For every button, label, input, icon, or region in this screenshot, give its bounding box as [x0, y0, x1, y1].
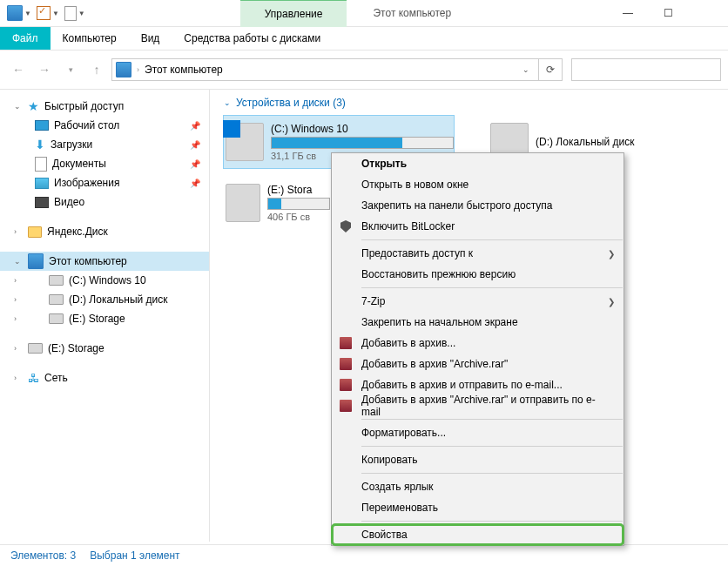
drive-e[interactable]: (E:) Stora 406 ГБ св	[224, 177, 332, 229]
cm-pin-start[interactable]: Закрепить на начальном экране	[332, 312, 624, 333]
drive-icon	[226, 184, 260, 222]
cm-bitlocker[interactable]: Включить BitLocker	[332, 216, 624, 237]
chevron-down-icon: ▼	[52, 10, 59, 17]
cm-rar-add[interactable]: Добавить в архив...	[332, 333, 624, 354]
nav-this-pc[interactable]: ⌄Этот компьютер	[0, 252, 209, 271]
folder-icon	[28, 226, 42, 238]
navigation-pane: ⌄★Быстрый доступ Рабочий стол📌 ⬇Загрузки…	[0, 90, 210, 542]
tab-computer[interactable]: Компьютер	[51, 27, 129, 50]
cm-format[interactable]: Форматировать...	[332, 422, 624, 443]
group-header-devices[interactable]: ⌄ Устройства и диски (3)	[224, 97, 714, 109]
rar-icon	[339, 399, 353, 413]
search-input[interactable]	[571, 58, 721, 81]
pin-icon: 📌	[190, 159, 200, 169]
cm-rename[interactable]: Переименовать	[332, 497, 624, 518]
separator	[361, 239, 623, 240]
rar-icon	[339, 336, 353, 350]
check-icon	[37, 6, 51, 20]
rar-icon	[339, 378, 353, 392]
drive-usage-bar	[267, 198, 330, 210]
star-icon: ★	[28, 99, 39, 113]
close-button[interactable]	[688, 0, 728, 26]
qat-properties-button[interactable]: ▼	[37, 6, 59, 20]
nav-drive-e[interactable]: ›(E:) Storage	[0, 309, 209, 328]
drive-context-menu: Открыть Открыть в новом окне Закрепить н…	[331, 152, 624, 546]
cm-rar-archive-email[interactable]: Добавить в архив "Archive.rar" и отправи…	[332, 395, 624, 416]
network-icon: 🖧	[28, 372, 39, 385]
address-row: ← → ▾ ↑ › Этот компьютер ⌄ ⟳	[0, 51, 728, 90]
cm-open[interactable]: Открыть	[332, 153, 624, 174]
pin-icon: 📌	[190, 121, 200, 131]
drive-name: (C:) Windows 10	[271, 123, 452, 135]
ribbon-context-label: Управление	[265, 8, 323, 20]
cm-7zip[interactable]: 7-Zip❯	[332, 291, 624, 312]
download-icon: ⬇	[35, 138, 45, 152]
nav-drive-e-ext[interactable]: ›(E:) Storage	[0, 339, 209, 358]
rar-icon	[339, 357, 353, 371]
drive-name: (D:) Локальный диск	[536, 136, 682, 148]
qat-app-icon[interactable]: ▼	[7, 5, 31, 21]
nav-history-button[interactable]: ▾	[59, 58, 82, 81]
qat-new-button[interactable]: ▼	[64, 6, 85, 21]
cm-share-access[interactable]: Предоставить доступ к❯	[332, 243, 624, 264]
nav-pictures[interactable]: Изображения📌	[0, 173, 209, 192]
cm-copy[interactable]: Копировать	[332, 449, 624, 470]
nav-documents[interactable]: Документы📌	[0, 154, 209, 173]
shield-icon	[339, 219, 353, 233]
nav-forward-button[interactable]: →	[33, 58, 56, 81]
expander-icon[interactable]: ›	[14, 344, 17, 353]
cm-rar-archive[interactable]: Добавить в архив "Archive.rar"	[332, 354, 624, 374]
tab-view[interactable]: Вид	[129, 27, 172, 50]
expander-icon[interactable]: ›	[14, 374, 17, 382]
expander-icon[interactable]: ⌄	[14, 102, 21, 111]
pictures-icon	[35, 178, 49, 189]
separator	[361, 446, 623, 447]
cm-create-shortcut[interactable]: Создать ярлык	[332, 476, 624, 497]
nav-up-button[interactable]: ↑	[85, 58, 108, 81]
expander-icon[interactable]: ⌄	[14, 257, 21, 266]
nav-downloads[interactable]: ⬇Загрузки📌	[0, 135, 209, 154]
cm-rar-email[interactable]: Добавить в архив и отправить по e-mail..…	[332, 374, 624, 395]
ribbon-context-tab[interactable]: Управление	[240, 0, 347, 27]
cm-open-new-window[interactable]: Открыть в новом окне	[332, 174, 624, 195]
nav-quick-access[interactable]: ⌄★Быстрый доступ	[0, 97, 209, 116]
chevron-right-icon: ❯	[608, 249, 615, 259]
expander-icon[interactable]: ›	[14, 227, 17, 236]
address-crumb[interactable]: Этот компьютер	[145, 64, 223, 76]
disk-icon	[49, 313, 64, 324]
pin-icon: 📌	[190, 140, 200, 150]
cm-properties[interactable]: Свойства	[332, 524, 624, 545]
minimize-button[interactable]: —	[608, 0, 648, 26]
cm-restore-previous[interactable]: Восстановить прежнюю версию	[332, 264, 624, 285]
tab-drive-tools[interactable]: Средства работы с дисками	[172, 27, 333, 50]
expander-icon[interactable]: ›	[14, 295, 17, 304]
expander-icon[interactable]: ›	[14, 314, 17, 323]
video-icon	[35, 197, 49, 208]
chevron-right-icon: ›	[137, 65, 139, 74]
disk-icon	[49, 275, 64, 286]
cm-pin-quick-access[interactable]: Закрепить на панели быстрого доступа	[332, 195, 624, 216]
chevron-down-icon: ▼	[78, 10, 85, 17]
status-bar: Элементов: 3 Выбран 1 элемент	[0, 544, 728, 566]
monitor-icon	[28, 253, 44, 269]
drive-usage-bar	[271, 137, 454, 149]
nav-network[interactable]: ›🖧Сеть	[0, 368, 209, 387]
nav-videos[interactable]: Видео	[0, 192, 209, 212]
refresh-button[interactable]: ⟳	[539, 58, 563, 81]
maximize-button[interactable]: ☐	[648, 0, 688, 26]
nav-drive-d[interactable]: ›(D:) Локальный диск	[0, 290, 209, 309]
desktop-icon	[35, 120, 49, 131]
drive-icon	[226, 123, 264, 161]
nav-yandex-disk[interactable]: ›Яндекс.Диск	[0, 222, 209, 241]
nav-back-button[interactable]: ←	[7, 58, 30, 81]
disk-icon	[49, 294, 64, 305]
expander-icon[interactable]: ›	[14, 276, 17, 285]
address-dropdown-button[interactable]: ⌄	[522, 65, 535, 74]
nav-drive-c[interactable]: ›(C:) Windows 10	[0, 271, 209, 290]
document-icon	[64, 6, 77, 21]
drive-name: (E:) Stora	[267, 184, 330, 196]
quick-access-toolbar: ▼ ▼ ▼	[0, 5, 92, 21]
address-bar[interactable]: › Этот компьютер ⌄	[111, 58, 539, 81]
tab-file[interactable]: Файл	[0, 27, 51, 50]
nav-desktop[interactable]: Рабочий стол📌	[0, 116, 209, 135]
